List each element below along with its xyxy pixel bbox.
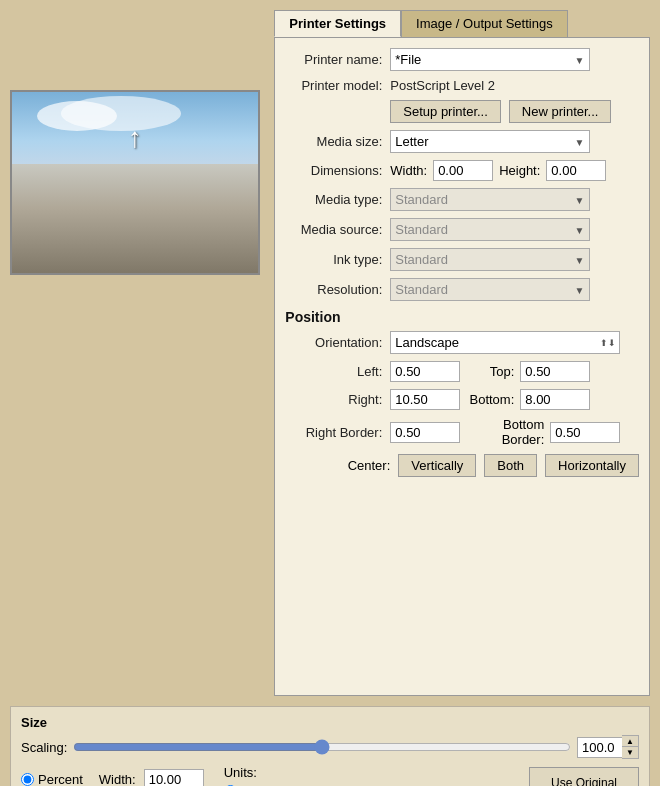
media-type-select[interactable]: Standard [390, 188, 590, 211]
scaleby-row: Percent Width: PPI Height: Units: Inch c [21, 765, 639, 786]
tab-printer-settings[interactable]: Printer Settings [274, 10, 401, 37]
printer-name-select[interactable]: *File [390, 48, 590, 71]
bottom-label: Bottom: [460, 392, 520, 407]
left-panel: ↑ [10, 10, 264, 696]
main-container: ↑ Printer Settings Image / Output Settin… [0, 0, 660, 706]
media-source-select-wrapper: Standard [390, 218, 590, 241]
left-label: Left: [285, 364, 390, 379]
scaling-spinner: ▲ ▼ [577, 735, 639, 759]
ink-type-row: Ink type: Standard [285, 248, 639, 271]
dimensions-fields: Width: Height: [390, 160, 606, 181]
right-label: Right: [285, 392, 390, 407]
orientation-label: Orientation: [285, 335, 390, 350]
scaling-up-button[interactable]: ▲ [622, 736, 638, 747]
arrow-up-indicator: ↑ [128, 122, 142, 154]
scaling-row: Scaling: ▲ ▼ [21, 735, 639, 759]
percent-radio[interactable] [21, 773, 34, 786]
width-label-size: Width: [99, 772, 136, 787]
percent-label: Percent [38, 772, 83, 787]
printer-buttons-row: Setup printer... New printer... [285, 100, 639, 123]
height-input[interactable] [546, 160, 606, 181]
left-top-row: Left: Top: [285, 361, 639, 382]
tab-bar: Printer Settings Image / Output Settings [274, 10, 650, 37]
image-preview: ↑ [10, 90, 260, 275]
resolution-select[interactable]: Standard [390, 278, 590, 301]
right-input[interactable] [390, 389, 460, 410]
orientation-select[interactable]: Landscape Portrait [390, 331, 620, 354]
height-label: Height: [499, 163, 540, 178]
width-input[interactable] [433, 160, 493, 181]
new-printer-button[interactable]: New printer... [509, 100, 612, 123]
use-original-button[interactable]: Use Original Image Size [529, 767, 639, 787]
dimensions-row: Dimensions: Width: Height: [285, 160, 639, 181]
units-options: Units: Inch cm [224, 765, 266, 786]
ink-type-select[interactable]: Standard [390, 248, 590, 271]
right-bottom-row: Right: Bottom: [285, 389, 639, 410]
resolution-select-wrapper: Standard [390, 278, 590, 301]
scaling-value-input[interactable] [577, 737, 622, 758]
right-border-input[interactable] [390, 422, 460, 443]
center-row: Center: Vertically Both Horizontally [285, 454, 639, 477]
printer-name-select-wrapper: *File [390, 48, 590, 71]
both-button[interactable]: Both [484, 454, 537, 477]
media-size-label: Media size: [285, 134, 390, 149]
right-border-label: Right Border: [285, 425, 390, 440]
orientation-select-wrapper: Landscape Portrait [390, 331, 620, 354]
tab-image-output-settings[interactable]: Image / Output Settings [401, 10, 568, 37]
printer-name-label: Printer name: [285, 52, 390, 67]
scaling-down-button[interactable]: ▼ [622, 747, 638, 758]
orientation-row: Orientation: Landscape Portrait [285, 331, 639, 354]
media-source-label: Media source: [285, 222, 390, 237]
resolution-label: Resolution: [285, 282, 390, 297]
size-section: Size Scaling: ▲ ▼ Percent Width: PPI Hei… [10, 706, 650, 786]
size-section-title: Size [21, 715, 639, 730]
ink-type-select-wrapper: Standard [390, 248, 590, 271]
size-width-input[interactable] [144, 769, 204, 787]
media-source-row: Media source: Standard [285, 218, 639, 241]
setup-printer-button[interactable]: Setup printer... [390, 100, 501, 123]
position-section-title: Position [285, 309, 639, 325]
horizontally-button[interactable]: Horizontally [545, 454, 639, 477]
right-panel: Printer Settings Image / Output Settings… [274, 10, 650, 696]
ink-type-label: Ink type: [285, 252, 390, 267]
media-size-select-wrapper: Letter [390, 130, 590, 153]
borders-row: Right Border: Bottom Border: [285, 417, 639, 447]
resolution-row: Resolution: Standard [285, 278, 639, 301]
printer-settings-panel: Printer name: *File Printer model: PostS… [274, 37, 650, 696]
landscape-image: ↑ [12, 92, 258, 273]
media-size-select[interactable]: Letter [390, 130, 590, 153]
bottom-border-label: Bottom Border: [460, 417, 550, 447]
media-type-label: Media type: [285, 192, 390, 207]
vertically-button[interactable]: Vertically [398, 454, 476, 477]
units-label: Units: [224, 765, 257, 780]
dimensions-label: Dimensions: [285, 163, 390, 178]
media-source-select[interactable]: Standard [390, 218, 590, 241]
bottom-input[interactable] [520, 389, 590, 410]
top-label: Top: [460, 364, 520, 379]
media-size-row: Media size: Letter [285, 130, 639, 153]
media-type-row: Media type: Standard [285, 188, 639, 211]
scaling-label: Scaling: [21, 740, 67, 755]
scaling-slider[interactable] [73, 739, 571, 755]
units-label-row: Units: [224, 765, 266, 780]
printer-name-row: Printer name: *File [285, 48, 639, 71]
scaleby-options: Percent Width: PPI Height: [21, 769, 204, 787]
scaling-spinner-buttons: ▲ ▼ [622, 735, 639, 759]
bottom-border-input[interactable] [550, 422, 620, 443]
left-input[interactable] [390, 361, 460, 382]
center-label: Center: [295, 458, 390, 473]
media-type-select-wrapper: Standard [390, 188, 590, 211]
percent-row: Percent Width: [21, 769, 204, 787]
printer-model-label: Printer model: [285, 78, 390, 93]
printer-model-row: Printer model: PostScript Level 2 [285, 78, 639, 93]
width-label: Width: [390, 163, 427, 178]
printer-model-value: PostScript Level 2 [390, 78, 495, 93]
top-input[interactable] [520, 361, 590, 382]
